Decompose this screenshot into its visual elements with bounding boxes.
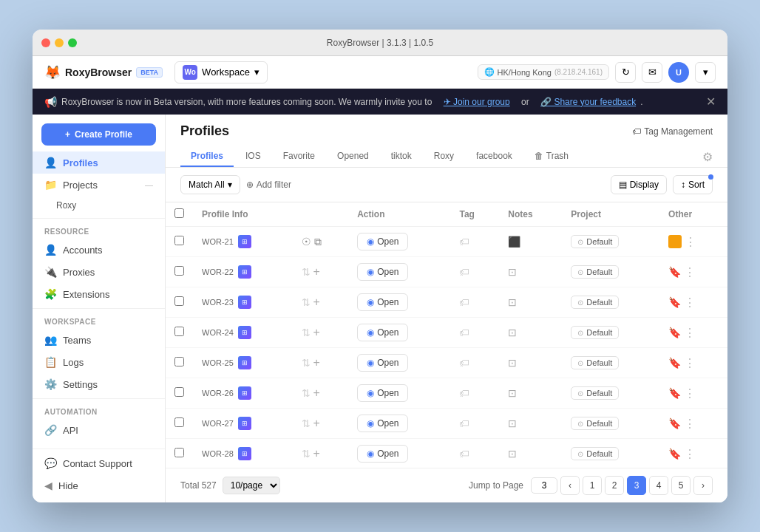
notes-icon[interactable]: ⊡ (508, 357, 517, 369)
notes-icon[interactable]: ⊡ (508, 417, 517, 429)
tab-profiles[interactable]: Profiles (180, 146, 234, 167)
tag-icon[interactable]: 🏷 (459, 357, 469, 369)
bookmark-icon[interactable]: 🔖 (668, 266, 681, 278)
open-profile-button[interactable]: ◉ Open (357, 293, 408, 311)
display-button[interactable]: ▤ Display (611, 175, 667, 194)
tag-icon[interactable]: 🏷 (459, 448, 469, 460)
project-tag[interactable]: ⊙ Default (571, 326, 619, 339)
add-icon[interactable]: + (313, 296, 320, 309)
page-5-button[interactable]: 5 (671, 476, 691, 495)
notes-icon[interactable]: ⊡ (508, 266, 517, 278)
sidebar-item-proxies[interactable]: 🔌 Proxies (33, 261, 165, 283)
create-profile-button[interactable]: + Create Profile (41, 123, 156, 146)
row-checkbox[interactable] (174, 357, 184, 366)
sidebar-item-profiles[interactable]: 👤 Profiles (33, 151, 165, 174)
project-tag[interactable]: ⊙ Default (571, 265, 619, 279)
tab-facebook[interactable]: facebook (466, 146, 523, 167)
next-page-button[interactable]: › (693, 476, 713, 495)
tab-trash[interactable]: 🗑 Trash (524, 146, 579, 167)
copy-icon[interactable]: ⧉ (314, 236, 322, 248)
match-all-button[interactable]: Match All ▾ (180, 175, 240, 194)
more-options-button[interactable]: ⋮ (684, 356, 696, 370)
row-checkbox[interactable] (174, 448, 184, 457)
bookmark-icon[interactable]: 🔖 (668, 417, 681, 429)
tab-ios[interactable]: IOS (235, 146, 271, 167)
project-tag[interactable]: ⊙ Default (571, 296, 619, 309)
notes-icon[interactable]: ⊡ (508, 296, 517, 308)
page-3-button[interactable]: 3 (627, 476, 646, 495)
more-options-button[interactable]: ⋮ (684, 265, 696, 279)
row-checkbox[interactable] (174, 417, 184, 427)
project-tag[interactable]: ⊙ Default (571, 417, 619, 430)
tab-favorite[interactable]: Favorite (273, 146, 325, 167)
sidebar-item-roxy[interactable]: Roxy (33, 196, 165, 215)
bookmark-icon[interactable]: 🔖 (668, 357, 681, 369)
tag-icon[interactable]: 🏷 (459, 387, 469, 399)
page-4-button[interactable]: 4 (649, 476, 668, 495)
tab-opened[interactable]: Opened (327, 146, 379, 167)
add-icon[interactable]: + (313, 326, 320, 339)
workspace-selector[interactable]: Wo Workspace ▾ (174, 61, 268, 83)
sidebar-item-settings[interactable]: ⚙️ Settings (33, 373, 165, 395)
chevron-down-icon[interactable]: ▾ (695, 62, 716, 83)
maximize-dot[interactable] (68, 38, 77, 47)
close-dot[interactable] (41, 38, 50, 47)
notes-icon[interactable]: ⊡ (508, 387, 517, 399)
share-feedback-link[interactable]: 🔗 Share your feedback (540, 97, 636, 107)
row-checkbox[interactable] (174, 296, 184, 306)
open-profile-button[interactable]: ◉ Open (357, 233, 408, 250)
sidebar-item-contact-support[interactable]: 💬 Contact Support (33, 452, 165, 474)
more-options-button[interactable]: ⋮ (684, 447, 696, 461)
add-icon[interactable]: + (313, 417, 320, 430)
tag-icon[interactable]: 🏷 (459, 327, 469, 338)
open-profile-button[interactable]: ◉ Open (357, 384, 408, 402)
row-checkbox[interactable] (174, 327, 184, 336)
tab-tiktok[interactable]: tiktok (381, 146, 422, 167)
page-2-button[interactable]: 2 (605, 476, 624, 495)
join-group-link[interactable]: ✈ Join our group (444, 97, 510, 107)
tag-icon[interactable]: 🏷 (459, 236, 469, 248)
sidebar-item-extensions[interactable]: 🧩 Extensions (33, 283, 165, 305)
sort-button[interactable]: ↕ Sort (673, 175, 713, 194)
add-icon[interactable]: + (313, 386, 320, 400)
tabs-settings-icon[interactable]: ⚙ (702, 150, 713, 164)
notes-icon[interactable]: ⊡ (508, 327, 517, 338)
sidebar-item-hide[interactable]: ◀ Hide (33, 474, 165, 497)
notes-icon[interactable]: ⊡ (508, 448, 517, 460)
notes-icon[interactable]: ⬛ (508, 236, 520, 248)
add-icon[interactable]: + (313, 447, 320, 460)
sidebar-item-api[interactable]: 🔗 API (33, 419, 165, 441)
more-options-button[interactable]: ⋮ (684, 296, 696, 310)
select-all-checkbox[interactable] (174, 208, 184, 218)
add-filter-button[interactable]: ⊕ Add filter (246, 180, 291, 190)
fingerprint-icon[interactable]: ☉ (302, 236, 311, 248)
row-checkbox[interactable] (174, 236, 184, 245)
sidebar-item-projects[interactable]: 📁 Projects — (33, 174, 165, 196)
open-profile-button[interactable]: ◉ Open (357, 445, 408, 463)
bookmark-icon[interactable]: 🔖 (668, 387, 681, 399)
add-icon[interactable]: + (313, 356, 320, 369)
open-profile-button[interactable]: ◉ Open (357, 415, 408, 432)
project-tag[interactable]: ⊙ Default (571, 386, 619, 400)
per-page-select[interactable]: 10/page 20/page 50/page (223, 477, 280, 494)
minimize-dot[interactable] (55, 38, 64, 47)
row-checkbox[interactable] (174, 266, 184, 276)
user-avatar[interactable]: U (668, 62, 689, 83)
project-tag[interactable]: ⊙ Default (571, 235, 619, 248)
tag-management-button[interactable]: 🏷 Tag Management (632, 126, 713, 137)
refresh-button[interactable]: ↻ (615, 62, 636, 83)
sidebar-item-logs[interactable]: 📋 Logs (33, 351, 165, 373)
project-tag[interactable]: ⊙ Default (571, 447, 619, 460)
more-options-button[interactable]: ⋮ (684, 417, 696, 431)
page-1-button[interactable]: 1 (583, 476, 602, 495)
more-options-button[interactable]: ⋮ (685, 235, 696, 249)
more-options-button[interactable]: ⋮ (684, 326, 696, 340)
prev-page-button[interactable]: ‹ (560, 476, 580, 495)
open-profile-button[interactable]: ◉ Open (357, 263, 408, 281)
bookmark-icon[interactable]: 🔖 (668, 327, 681, 338)
bookmark-icon[interactable]: 🔖 (668, 296, 681, 308)
sidebar-item-accounts[interactable]: 👤 Accounts (33, 239, 165, 261)
sidebar-item-teams[interactable]: 👥 Teams (33, 329, 165, 351)
bookmark-icon[interactable]: 🔖 (668, 448, 681, 460)
notification-button[interactable]: ✉ (642, 62, 662, 83)
